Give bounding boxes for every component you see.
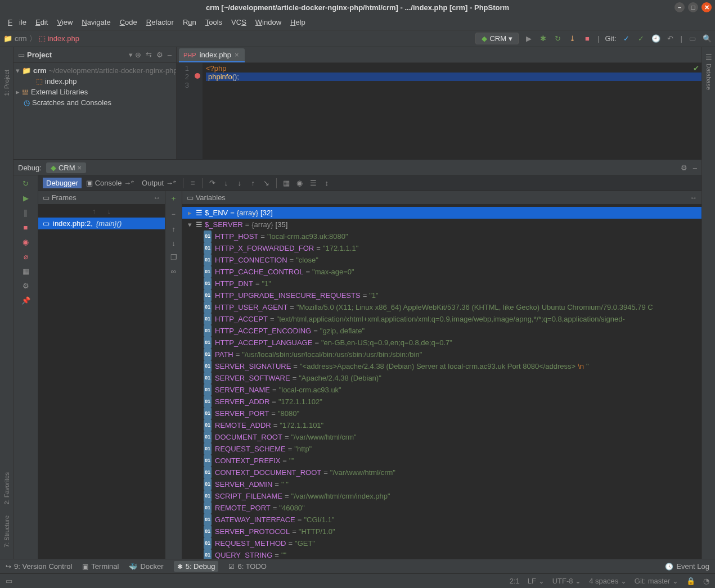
bottom-todo[interactable]: ☑ 6: TODO [228, 562, 267, 571]
next-frame-icon[interactable]: ↓ [107, 207, 111, 215]
menu-window[interactable]: Window [252, 17, 285, 28]
evaluate-icon[interactable]: ▦ [280, 177, 293, 189]
var-entry[interactable]: 01HTTP_ACCEPT_ENCODING = "gzip, deflate" [182, 325, 701, 337]
var-entry[interactable]: 01SERVER_SIGNATURE = "<address>Apache/2.… [182, 360, 701, 372]
bottom-vcs[interactable]: ↪ 9: Version Control [6, 562, 72, 571]
var-env[interactable]: ▸☰ $_ENV = {array} [32] [182, 207, 701, 219]
var-entry[interactable]: 01CONTEXT_DOCUMENT_ROOT = "/var/www/html… [182, 467, 701, 478]
sidebar-project[interactable]: 1: Project [3, 70, 10, 96]
var-entry[interactable]: 01HTTP_X_FORWARDED_FOR = "172.1.1.1" [182, 242, 701, 254]
mute-breakpoints-icon[interactable]: ⌀ [21, 252, 30, 261]
breakpoint-icon[interactable] [195, 73, 200, 79]
git-update-icon[interactable]: ✓ [622, 34, 631, 43]
tree-root[interactable]: ▾📁 crm ~/development/article-docker-ngin… [14, 65, 176, 76]
bottom-eventlog[interactable]: 🕓 Event Log [665, 562, 709, 571]
git-history-icon[interactable]: 🕘 [651, 34, 660, 43]
sidebar-structure[interactable]: 7: Structure [3, 515, 10, 548]
breadcrumb-file[interactable]: index.php [48, 34, 79, 43]
status-git[interactable]: Git: master ⌄ [635, 577, 678, 585]
stop-icon[interactable]: ■ [21, 223, 30, 232]
layout-icon[interactable]: ▦ [21, 266, 30, 275]
hide-icon[interactable]: – [693, 164, 697, 172]
var-entry[interactable]: 01HTTP_ACCEPT = "text/html,application/x… [182, 313, 701, 325]
settings-icon[interactable]: ⚙ [21, 281, 30, 290]
tree-scratches[interactable]: ◷ Scratches and Consoles [14, 97, 176, 108]
search-icon[interactable]: 🔍 [703, 34, 712, 43]
stack-frame[interactable]: ▭ index.php:2, {main}() [38, 218, 165, 229]
rerun-icon[interactable]: ↻ [21, 179, 30, 188]
view-breakpoints-icon[interactable]: ◉ [21, 237, 30, 246]
tab-output[interactable]: Output →ᵉ [138, 178, 179, 188]
status-pos[interactable]: 2:1 [510, 577, 520, 585]
var-entry[interactable]: 01SERVER_PROTOCOL = "HTTP/1.0" [182, 526, 701, 537]
var-entry[interactable]: 01GATEWAY_INTERFACE = "CGI/1.1" [182, 514, 701, 526]
menu-code[interactable]: Code [116, 17, 141, 28]
menu-edit[interactable]: Edit [32, 17, 51, 28]
profile-button[interactable]: ⤓ [568, 34, 577, 43]
status-memory-icon[interactable]: ◔ [703, 577, 709, 585]
status-indent[interactable]: 4 spaces ⌄ [589, 577, 627, 585]
link-icon[interactable]: ∞ [171, 267, 176, 275]
var-entry[interactable]: 01REQUEST_SCHEME = "http" [182, 443, 701, 455]
var-entry[interactable]: 01HTTP_UPGRADE_INSECURE_REQUESTS = "1" [182, 290, 701, 301]
close-icon[interactable]: × [235, 51, 239, 59]
var-server[interactable]: ▾☰ $_SERVER = {array} [35] [182, 219, 701, 230]
var-entry[interactable]: 01REQUEST_METHOD = "GET" [182, 537, 701, 549]
coverage-button[interactable]: ↻ [554, 34, 563, 43]
copy-icon[interactable]: ❐ [170, 253, 177, 261]
breadcrumb-root[interactable]: crm [15, 34, 27, 43]
vars-restore-icon[interactable]: ↔ [690, 193, 697, 202]
tab-console[interactable]: ▣ Console →ᵉ [83, 178, 137, 188]
var-entry[interactable]: 01CONTEXT_PREFIX = "" [182, 455, 701, 467]
menu-tools[interactable]: Tools [202, 17, 226, 28]
menu-navigate[interactable]: Navigate [78, 17, 114, 28]
sidebar-database[interactable]: Database [705, 64, 712, 90]
var-entry[interactable]: 01HTTP_ACCEPT_LANGUAGE = "en-GB,en-US;q=… [182, 337, 701, 349]
menu-file[interactable]: File [5, 17, 30, 28]
step-into-icon[interactable]: ↓ [220, 177, 232, 189]
gear-icon[interactable]: ⚙ [156, 51, 163, 59]
ide-settings-icon[interactable]: ▭ [688, 34, 697, 43]
tree-file-index[interactable]: ⬚ index.php [14, 76, 176, 87]
run-button[interactable]: ▶ [524, 34, 533, 43]
step-out-icon[interactable]: ↑ [247, 177, 259, 189]
var-entry[interactable]: 01HTTP_USER_AGENT = "Mozilla/5.0 (X11; L… [182, 301, 701, 313]
show-execution-point-icon[interactable]: ≡ [187, 177, 199, 189]
git-commit-icon[interactable]: ✓ [637, 34, 646, 43]
sort-icon[interactable]: ☰ [307, 177, 320, 189]
force-step-into-icon[interactable]: ↓ [233, 177, 246, 189]
trace-icon[interactable]: ◉ [294, 177, 306, 189]
database-icon[interactable]: ☰ [705, 53, 712, 61]
step-over-icon[interactable]: ↷ [206, 177, 219, 189]
breakpoint-gutter[interactable] [192, 63, 203, 159]
pause-icon[interactable]: ‖ [21, 208, 30, 217]
var-entry[interactable]: 01PATH = "/usr/local/sbin:/usr/local/bin… [182, 349, 701, 360]
var-entry[interactable]: 01SCRIPT_FILENAME = "/var/www/html/crm/i… [182, 490, 701, 502]
code-editor[interactable]: 123 <?php phpinfo(); ✔ [177, 63, 701, 159]
menu-vcs[interactable]: VCS [228, 17, 250, 28]
add-watch-icon[interactable]: ＋ [170, 193, 177, 203]
menu-help[interactable]: Help [287, 17, 309, 28]
bottom-docker[interactable]: 🐳 Docker [129, 562, 163, 571]
prev-frame-icon[interactable]: ↑ [92, 207, 96, 215]
down-icon[interactable]: ↓ [172, 239, 176, 247]
var-entry[interactable]: 01REMOTE_ADDR = "172.1.1.101" [182, 419, 701, 431]
status-enc[interactable]: UTF-8 ⌄ [552, 577, 581, 585]
bottom-debug[interactable]: ✱ 5: Debug [174, 561, 219, 572]
up-icon[interactable]: ↑ [172, 225, 176, 233]
menu-run[interactable]: Run [179, 17, 200, 28]
status-msg-icon[interactable]: ▭ [6, 577, 12, 585]
run-config-selector[interactable]: ◆ CRM ▾ [475, 33, 519, 44]
tab-debugger[interactable]: Debugger [43, 178, 82, 188]
tree-external[interactable]: ▸𝍎 External Libraries [14, 87, 176, 97]
editor-tab-index[interactable]: PHP index.php × [179, 48, 245, 62]
git-revert-icon[interactable]: ↶ [666, 34, 675, 43]
debug-button[interactable]: ✱ [539, 34, 548, 43]
pin-icon[interactable]: 📌 [21, 296, 30, 305]
close-icon[interactable]: × [78, 164, 82, 172]
var-entry[interactable]: 01HTTP_DNT = "1" [182, 278, 701, 290]
var-entry[interactable]: 01DOCUMENT_ROOT = "/var/www/html/crm" [182, 431, 701, 443]
var-entry[interactable]: 01HTTP_CACHE_CONTROL = "max-age=0" [182, 266, 701, 278]
hide-icon[interactable]: – [168, 51, 172, 59]
var-entry[interactable]: 01SERVER_ADMIN = " " [182, 478, 701, 490]
